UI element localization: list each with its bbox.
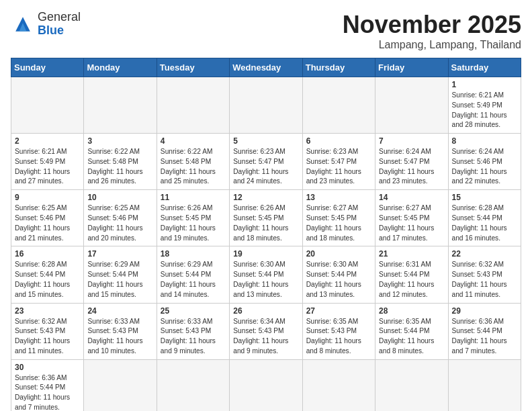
calendar-row: 23Sunrise: 6:32 AM Sunset: 5:43 PM Dayli… [11,303,521,359]
calendar-row: 2Sunrise: 6:21 AM Sunset: 5:49 PM Daylig… [11,134,521,190]
calendar-row: 9Sunrise: 6:25 AM Sunset: 5:46 PM Daylig… [11,190,521,246]
day-number: 16 [15,249,80,259]
day-info: Sunrise: 6:27 AM Sunset: 5:45 PM Dayligh… [306,203,371,243]
day-number: 11 [161,193,226,202]
header-sunday: Sunday [11,58,84,77]
table-row: 11Sunrise: 6:26 AM Sunset: 5:45 PM Dayli… [157,190,229,246]
table-row: 16Sunrise: 6:28 AM Sunset: 5:44 PM Dayli… [11,246,84,303]
table-row: 26Sunrise: 6:34 AM Sunset: 5:43 PM Dayli… [230,303,302,359]
table-row: 17Sunrise: 6:29 AM Sunset: 5:44 PM Dayli… [84,246,157,303]
table-row [84,359,157,411]
table-row: 4Sunrise: 6:22 AM Sunset: 5:48 PM Daylig… [157,134,229,190]
table-row: 5Sunrise: 6:23 AM Sunset: 5:47 PM Daylig… [230,134,302,190]
day-info: Sunrise: 6:36 AM Sunset: 5:44 PM Dayligh… [15,373,80,411]
table-row [302,359,375,411]
day-number: 4 [161,136,226,146]
table-row: 19Sunrise: 6:30 AM Sunset: 5:44 PM Dayli… [230,246,302,303]
table-row [157,359,229,411]
table-row: 10Sunrise: 6:25 AM Sunset: 5:46 PM Dayli… [84,190,157,246]
table-row [157,77,229,134]
day-info: Sunrise: 6:23 AM Sunset: 5:47 PM Dayligh… [233,147,298,187]
day-info: Sunrise: 6:36 AM Sunset: 5:44 PM Dayligh… [452,317,517,357]
logo-icon [11,12,35,36]
month-title: November 2025 [343,11,521,39]
day-number: 9 [15,193,80,202]
table-row: 3Sunrise: 6:22 AM Sunset: 5:48 PM Daylig… [84,134,157,190]
day-info: Sunrise: 6:29 AM Sunset: 5:44 PM Dayligh… [161,260,226,300]
day-info: Sunrise: 6:35 AM Sunset: 5:43 PM Dayligh… [306,317,371,357]
table-row [11,77,84,134]
header-friday: Friday [375,58,448,77]
calendar-row: 1Sunrise: 6:21 AM Sunset: 5:49 PM Daylig… [11,77,521,134]
table-row: 2Sunrise: 6:21 AM Sunset: 5:49 PM Daylig… [11,134,84,190]
day-info: Sunrise: 6:22 AM Sunset: 5:48 PM Dayligh… [161,147,226,187]
logo-text: General Blue [38,11,81,38]
day-number: 19 [233,249,298,259]
day-number: 20 [306,249,371,259]
day-info: Sunrise: 6:27 AM Sunset: 5:45 PM Dayligh… [379,203,444,243]
table-row: 1Sunrise: 6:21 AM Sunset: 5:49 PM Daylig… [448,77,521,134]
day-info: Sunrise: 6:30 AM Sunset: 5:44 PM Dayligh… [306,260,371,300]
table-row: 28Sunrise: 6:35 AM Sunset: 5:44 PM Dayli… [375,303,448,359]
table-row: 27Sunrise: 6:35 AM Sunset: 5:43 PM Dayli… [302,303,375,359]
table-row: 29Sunrise: 6:36 AM Sunset: 5:44 PM Dayli… [448,303,521,359]
day-number: 2 [15,136,80,146]
day-number: 28 [379,306,444,316]
header-monday: Monday [84,58,157,77]
day-info: Sunrise: 6:34 AM Sunset: 5:43 PM Dayligh… [233,317,298,357]
day-number: 21 [379,249,444,259]
day-number: 25 [161,306,226,316]
calendar-table: Sunday Monday Tuesday Wednesday Thursday… [11,58,521,411]
day-number: 26 [233,306,298,316]
table-row: 21Sunrise: 6:31 AM Sunset: 5:44 PM Dayli… [375,246,448,303]
table-row: 13Sunrise: 6:27 AM Sunset: 5:45 PM Dayli… [302,190,375,246]
table-row: 20Sunrise: 6:30 AM Sunset: 5:44 PM Dayli… [302,246,375,303]
day-info: Sunrise: 6:21 AM Sunset: 5:49 PM Dayligh… [452,91,517,130]
day-info: Sunrise: 6:28 AM Sunset: 5:44 PM Dayligh… [15,260,80,300]
day-info: Sunrise: 6:26 AM Sunset: 5:45 PM Dayligh… [233,203,298,243]
day-info: Sunrise: 6:23 AM Sunset: 5:47 PM Dayligh… [306,147,371,187]
header-wednesday: Wednesday [230,58,302,77]
day-number: 29 [452,306,517,316]
day-number: 27 [306,306,371,316]
day-info: Sunrise: 6:26 AM Sunset: 5:45 PM Dayligh… [161,203,226,243]
day-info: Sunrise: 6:25 AM Sunset: 5:46 PM Dayligh… [87,203,152,243]
table-row: 30Sunrise: 6:36 AM Sunset: 5:44 PM Dayli… [11,359,84,411]
day-number: 22 [452,249,517,259]
day-number: 23 [15,306,80,316]
day-info: Sunrise: 6:32 AM Sunset: 5:43 PM Dayligh… [452,260,517,300]
header-tuesday: Tuesday [157,58,229,77]
logo-blue: Blue [38,24,64,37]
day-info: Sunrise: 6:24 AM Sunset: 5:47 PM Dayligh… [379,147,444,187]
table-row: 7Sunrise: 6:24 AM Sunset: 5:47 PM Daylig… [375,134,448,190]
weekday-header-row: Sunday Monday Tuesday Wednesday Thursday… [11,58,521,77]
day-number: 10 [87,193,152,202]
day-info: Sunrise: 6:32 AM Sunset: 5:43 PM Dayligh… [15,317,80,357]
table-row: 14Sunrise: 6:27 AM Sunset: 5:45 PM Dayli… [375,190,448,246]
day-info: Sunrise: 6:22 AM Sunset: 5:48 PM Dayligh… [87,147,152,187]
table-row [448,359,521,411]
day-info: Sunrise: 6:24 AM Sunset: 5:46 PM Dayligh… [452,147,517,187]
header-thursday: Thursday [302,58,375,77]
day-info: Sunrise: 6:33 AM Sunset: 5:43 PM Dayligh… [87,317,152,357]
day-number: 7 [379,136,444,146]
table-row: 24Sunrise: 6:33 AM Sunset: 5:43 PM Dayli… [84,303,157,359]
table-row: 12Sunrise: 6:26 AM Sunset: 5:45 PM Dayli… [230,190,302,246]
day-number: 8 [452,136,517,146]
day-number: 13 [306,193,371,202]
table-row [230,359,302,411]
day-number: 18 [161,249,226,259]
table-row: 8Sunrise: 6:24 AM Sunset: 5:46 PM Daylig… [448,134,521,190]
table-row [375,359,448,411]
title-section: November 2025 Lampang, Lampang, Thailand [343,11,521,51]
table-row: 6Sunrise: 6:23 AM Sunset: 5:47 PM Daylig… [302,134,375,190]
day-info: Sunrise: 6:31 AM Sunset: 5:44 PM Dayligh… [379,260,444,300]
table-row [302,77,375,134]
day-info: Sunrise: 6:21 AM Sunset: 5:49 PM Dayligh… [15,147,80,187]
calendar-row: 16Sunrise: 6:28 AM Sunset: 5:44 PM Dayli… [11,246,521,303]
day-info: Sunrise: 6:33 AM Sunset: 5:43 PM Dayligh… [161,317,226,357]
day-number: 30 [15,363,80,372]
day-info: Sunrise: 6:29 AM Sunset: 5:44 PM Dayligh… [87,260,152,300]
day-number: 14 [379,193,444,202]
table-row [84,77,157,134]
